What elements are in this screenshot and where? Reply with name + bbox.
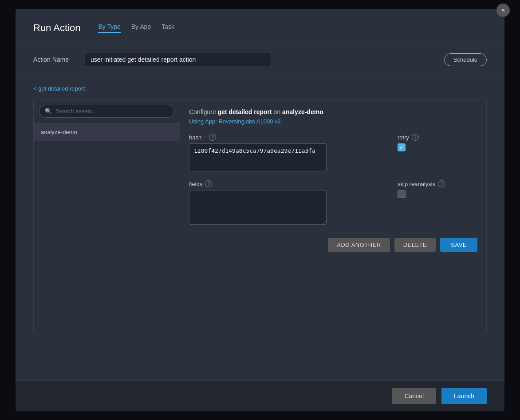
launch-button[interactable]: Launch [441, 388, 487, 404]
hash-help-icon[interactable]: ? [209, 134, 216, 141]
tab-task[interactable]: Task [162, 23, 174, 33]
retry-checkmark: ✓ [399, 144, 404, 151]
schedule-button[interactable]: Schedule [444, 53, 487, 66]
retry-label: retry ? [398, 134, 477, 141]
skip-reanalysis-help-icon[interactable]: ? [438, 180, 445, 187]
config-title: Configure get detailed report on analyze… [189, 108, 477, 115]
fields-help-icon[interactable]: ? [205, 180, 212, 187]
asset-list-item[interactable]: analyze-demo [34, 123, 180, 141]
fields-form-group: fields ? [189, 180, 380, 225]
fields-input[interactable] [189, 190, 327, 225]
search-input[interactable] [55, 108, 169, 115]
config-asset-name: analyze-demo [282, 108, 323, 115]
retry-group: retry ? ✓ [398, 134, 477, 151]
content-panel: 🔍 analyze-demo Configure get detailed re… [33, 99, 487, 334]
cancel-button[interactable]: Cancel [392, 388, 436, 404]
config-panel: Configure get detailed report on analyze… [180, 99, 486, 334]
action-name-input[interactable] [85, 52, 271, 67]
retry-help-icon[interactable]: ? [412, 134, 419, 141]
tab-by-type[interactable]: By Type [98, 23, 120, 33]
form-row-fields: fields ? skip reanalysis ? [189, 180, 477, 225]
assets-panel: 🔍 analyze-demo [34, 99, 180, 334]
config-action-name: get detailed report [218, 108, 272, 115]
form-row-hash: hash * ? 1280f427d149a8c5ca797a9ea29e711… [189, 134, 477, 171]
retry-checkbox[interactable]: ✓ [398, 143, 406, 151]
skip-reanalysis-checkbox-group: skip reanalysis ? [398, 180, 477, 198]
config-subtitle: Using App: Reversinglabs A1000 v2 [189, 118, 477, 125]
modal-footer: Cancel Launch [16, 380, 504, 411]
action-name-label: Action Name [33, 56, 78, 63]
skip-reanalysis-checkbox[interactable] [398, 190, 406, 198]
add-another-button[interactable]: ADD ANOTHER [328, 238, 390, 252]
modal-header: Run Action By Type By App Task [16, 9, 504, 43]
required-indicator: * [204, 134, 206, 141]
save-button[interactable]: SAVE [440, 238, 477, 252]
skip-reanalysis-label: skip reanalysis ? [398, 180, 477, 187]
search-bar: 🔍 [34, 99, 180, 123]
search-input-wrap: 🔍 [39, 105, 174, 118]
breadcrumb[interactable]: < get detailed report [33, 85, 487, 92]
tab-navigation: By Type By App Task [98, 23, 174, 33]
hash-label: hash * ? [189, 134, 380, 141]
hash-form-group: hash * ? 1280f427d149a8c5ca797a9ea29e711… [189, 134, 380, 171]
delete-button[interactable]: DELETE [394, 238, 436, 252]
hash-input[interactable]: 1280f427d149a8c5ca797a9ea29e711a3fa [189, 143, 327, 171]
close-button[interactable]: × [496, 4, 510, 17]
modal-body: < get detailed report 🔍 analyze-demo Con… [16, 76, 504, 380]
run-action-modal: × Run Action By Type By App Task Action … [16, 9, 504, 411]
search-icon: 🔍 [45, 108, 52, 115]
modal-title: Run Action [33, 22, 80, 34]
skip-reanalysis-group: skip reanalysis ? [398, 180, 477, 225]
side-group: retry ? ✓ [398, 134, 477, 171]
action-name-row: Action Name Schedule [16, 43, 504, 76]
config-action-buttons: ADD ANOTHER DELETE SAVE [189, 238, 477, 252]
tab-by-app[interactable]: By App [131, 23, 151, 33]
fields-label: fields ? [189, 180, 380, 187]
